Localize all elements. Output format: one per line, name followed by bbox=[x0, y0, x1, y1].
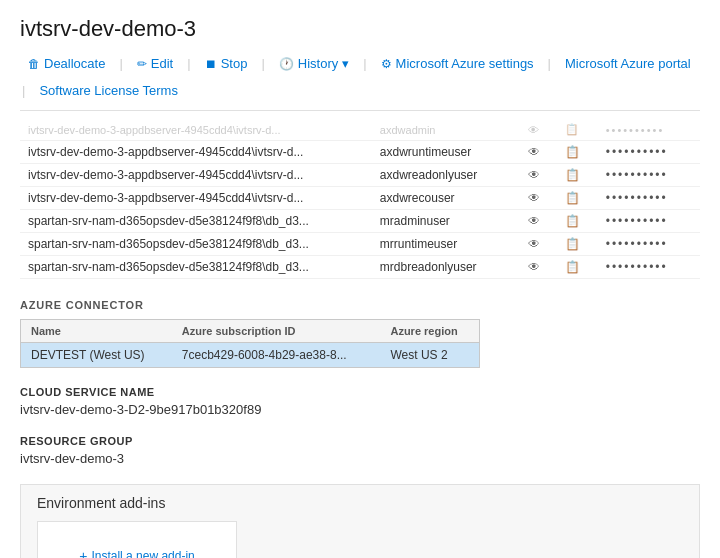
separator-1: | bbox=[119, 56, 122, 71]
cred-server: spartan-srv-nam-d365opsdev-d5e38124f9f8\… bbox=[20, 233, 372, 256]
azure-connector-table: Name Azure subscription ID Azure region … bbox=[20, 319, 480, 368]
cred-eye-icon[interactable]: 👁 bbox=[520, 233, 557, 256]
azure-subscription-id: 7cecb429-6008-4b29-ae38-8... bbox=[172, 343, 381, 368]
cred-copy-icon[interactable]: 📋 bbox=[557, 141, 598, 164]
history-button[interactable]: 🕐 History ▾ bbox=[271, 52, 357, 75]
cred-username: mrruntimeuser bbox=[372, 233, 521, 256]
azure-settings-button[interactable]: ⚙ Microsoft Azure settings bbox=[373, 52, 542, 75]
table-row: spartan-srv-nam-d365opsdev-d5e38124f9f8\… bbox=[20, 210, 700, 233]
cred-server: spartan-srv-nam-d365opsdev-d5e38124f9f8\… bbox=[20, 210, 372, 233]
env-addins-section: Environment add-ins + Install a new add-… bbox=[20, 484, 700, 558]
cred-username: axdwrecouser bbox=[372, 187, 521, 210]
edit-button[interactable]: ✏ Edit bbox=[129, 52, 181, 75]
stop-button[interactable]: ⏹ Stop bbox=[197, 52, 256, 75]
azure-settings-icon: ⚙ bbox=[381, 57, 392, 71]
cred-eye-icon[interactable]: 👁 bbox=[520, 119, 557, 141]
env-addins-title: Environment add-ins bbox=[37, 495, 683, 511]
cred-dots: •••••••••• bbox=[598, 119, 700, 141]
deallocate-icon: 🗑 bbox=[28, 57, 40, 71]
separator-4: | bbox=[363, 56, 366, 71]
page-title: ivtsrv-dev-demo-3 bbox=[20, 16, 700, 42]
azure-table-header-row: Name Azure subscription ID Azure region bbox=[21, 320, 480, 343]
deallocate-button[interactable]: 🗑 Deallocate bbox=[20, 52, 113, 75]
cloud-service-section: CLOUD SERVICE NAME ivtsrv-dev-demo-3-D2-… bbox=[20, 386, 700, 417]
license-terms-button[interactable]: Software License Terms bbox=[31, 79, 186, 102]
cred-dots: •••••••••• bbox=[598, 233, 700, 256]
azure-name: DEVTEST (West US) bbox=[21, 343, 172, 368]
toolbar: 🗑 Deallocate | ✏ Edit | ⏹ Stop | 🕐 Histo… bbox=[20, 52, 700, 111]
cred-username: mradminuser bbox=[372, 210, 521, 233]
separator-2: | bbox=[187, 56, 190, 71]
cred-copy-icon[interactable]: 📋 bbox=[557, 119, 598, 141]
cred-username: axdwreadonlyuser bbox=[372, 164, 521, 187]
cloud-service-value: ivtsrv-dev-demo-3-D2-9be917b01b320f89 bbox=[20, 402, 700, 417]
cred-copy-icon[interactable]: 📋 bbox=[557, 164, 598, 187]
cred-username: axdwruntimeuser bbox=[372, 141, 521, 164]
addins-box: + Install a new add-in bbox=[37, 521, 237, 558]
cred-dots: •••••••••• bbox=[598, 141, 700, 164]
azure-portal-button[interactable]: Microsoft Azure portal bbox=[557, 52, 699, 75]
cred-eye-icon[interactable]: 👁 bbox=[520, 164, 557, 187]
table-row: ivtsrv-dev-demo-3-appdbserver-4945cdd4\i… bbox=[20, 164, 700, 187]
page-container: ivtsrv-dev-demo-3 🗑 Deallocate | ✏ Edit … bbox=[0, 0, 720, 558]
cred-server: ivtsrv-dev-demo-3-appdbserver-4945cdd4\i… bbox=[20, 187, 372, 210]
cred-server: ivtsrv-dev-demo-3-appdbserver-4945cdd4\i… bbox=[20, 164, 372, 187]
table-row: spartan-srv-nam-d365opsdev-d5e38124f9f8\… bbox=[20, 256, 700, 279]
cloud-service-label: CLOUD SERVICE NAME bbox=[20, 386, 700, 398]
resource-group-label: RESOURCE GROUP bbox=[20, 435, 700, 447]
azure-connector-section: AZURE CONNECTOR Name Azure subscription … bbox=[20, 299, 700, 368]
cred-eye-icon[interactable]: 👁 bbox=[520, 256, 557, 279]
table-row: spartan-srv-nam-d365opsdev-d5e38124f9f8\… bbox=[20, 233, 700, 256]
stop-icon: ⏹ bbox=[205, 57, 217, 71]
history-chevron-icon: ▾ bbox=[342, 56, 349, 71]
page-header: ivtsrv-dev-demo-3 🗑 Deallocate | ✏ Edit … bbox=[0, 0, 720, 119]
cred-dots: •••••••••• bbox=[598, 164, 700, 187]
col-region: Azure region bbox=[380, 320, 479, 343]
resource-group-section: RESOURCE GROUP ivtsrv-dev-demo-3 bbox=[20, 435, 700, 466]
install-label: Install a new add-in bbox=[91, 549, 194, 558]
resource-group-value: ivtsrv-dev-demo-3 bbox=[20, 451, 700, 466]
separator-5: | bbox=[548, 56, 551, 71]
credentials-table: ivtsrv-dev-demo-3-appdbserver-4945cdd4\i… bbox=[20, 119, 700, 279]
azure-table-row[interactable]: DEVTEST (West US) 7cecb429-6008-4b29-ae3… bbox=[21, 343, 480, 368]
edit-icon: ✏ bbox=[137, 57, 147, 71]
cred-username: mrdbreadonlyuser bbox=[372, 256, 521, 279]
cred-server: ivtsrv-dev-demo-3-appdbserver-4945cdd4\i… bbox=[20, 119, 372, 141]
install-addin-link[interactable]: + Install a new add-in bbox=[79, 548, 195, 558]
cred-server: spartan-srv-nam-d365opsdev-d5e38124f9f8\… bbox=[20, 256, 372, 279]
cred-eye-icon[interactable]: 👁 bbox=[520, 141, 557, 164]
cred-copy-icon[interactable]: 📋 bbox=[557, 187, 598, 210]
azure-region: West US 2 bbox=[380, 343, 479, 368]
cred-dots: •••••••••• bbox=[598, 187, 700, 210]
cred-copy-icon[interactable]: 📋 bbox=[557, 256, 598, 279]
separator-3: | bbox=[261, 56, 264, 71]
plus-icon: + bbox=[79, 548, 87, 558]
azure-connector-title: AZURE CONNECTOR bbox=[20, 299, 700, 311]
content-area: ivtsrv-dev-demo-3-appdbserver-4945cdd4\i… bbox=[0, 119, 720, 558]
history-icon: 🕐 bbox=[279, 57, 294, 71]
cred-eye-icon[interactable]: 👁 bbox=[520, 210, 557, 233]
col-name: Name bbox=[21, 320, 172, 343]
cred-username: axdwadmin bbox=[372, 119, 521, 141]
table-row: ivtsrv-dev-demo-3-appdbserver-4945cdd4\i… bbox=[20, 119, 700, 141]
col-subscription: Azure subscription ID bbox=[172, 320, 381, 343]
separator-6: | bbox=[22, 83, 25, 98]
cred-eye-icon[interactable]: 👁 bbox=[520, 187, 557, 210]
table-row: ivtsrv-dev-demo-3-appdbserver-4945cdd4\i… bbox=[20, 141, 700, 164]
cred-copy-icon[interactable]: 📋 bbox=[557, 233, 598, 256]
cred-server: ivtsrv-dev-demo-3-appdbserver-4945cdd4\i… bbox=[20, 141, 372, 164]
table-row: ivtsrv-dev-demo-3-appdbserver-4945cdd4\i… bbox=[20, 187, 700, 210]
cred-dots: •••••••••• bbox=[598, 210, 700, 233]
cred-copy-icon[interactable]: 📋 bbox=[557, 210, 598, 233]
cred-dots: •••••••••• bbox=[598, 256, 700, 279]
